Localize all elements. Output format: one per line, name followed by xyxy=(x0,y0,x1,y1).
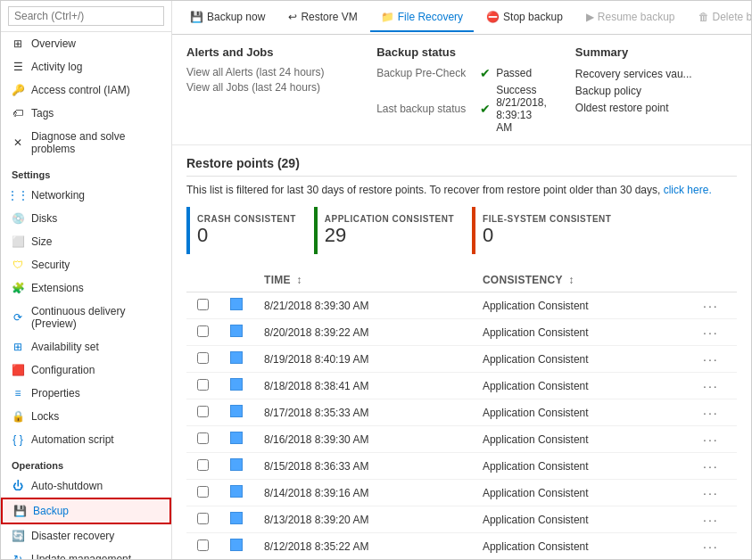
row-time-cell: 8/19/2018 8:40:19 AM xyxy=(253,346,472,373)
table-row[interactable]: 8/16/2018 8:39:30 AM Application Consist… xyxy=(186,426,737,453)
view-all-alerts-link[interactable]: View all Alerts (last 24 hours) xyxy=(186,66,348,78)
row-actions-cell[interactable]: ··· xyxy=(692,426,737,453)
sidebar-item-continuous-delivery[interactable]: ⟳ Continuous delivery (Preview) xyxy=(1,300,171,335)
table-row[interactable]: 8/19/2018 8:40:19 AM Application Consist… xyxy=(186,346,737,373)
view-all-jobs-link[interactable]: View all Jobs (last 24 hours) xyxy=(186,81,348,94)
row-actions-cell[interactable]: ··· xyxy=(692,346,737,373)
precheck-value: Passed xyxy=(496,67,532,79)
row-more-button[interactable]: ··· xyxy=(703,379,719,393)
sidebar-item-properties[interactable]: ≡ Properties xyxy=(1,382,171,405)
row-checkbox-cell[interactable] xyxy=(186,319,219,346)
sidebar-item-automation[interactable]: { } Automation script xyxy=(1,428,171,451)
table-row[interactable]: 8/21/2018 8:39:30 AM Application Consist… xyxy=(186,292,737,319)
operations-section-label: Operations xyxy=(1,451,171,474)
row-checkbox-cell[interactable] xyxy=(186,480,219,506)
tab-delete-backup-data[interactable]: 🗑 Delete backup data xyxy=(688,4,751,32)
restore-points-section: Restore points (29) This list is filtere… xyxy=(172,145,751,559)
row-checkbox[interactable] xyxy=(197,432,209,444)
row-checkbox[interactable] xyxy=(197,379,209,391)
precheck-row: Backup Pre-Check ✔ Passed xyxy=(376,66,547,80)
tab-stop-backup[interactable]: ⛔ Stop backup xyxy=(475,4,574,32)
sidebar-item-size[interactable]: ⬜ Size xyxy=(1,230,171,253)
row-checkbox[interactable] xyxy=(197,325,209,337)
row-more-button[interactable]: ··· xyxy=(703,486,719,500)
row-checkbox-cell[interactable] xyxy=(186,533,219,560)
table-row[interactable]: 8/18/2018 8:38:41 AM Application Consist… xyxy=(186,373,737,399)
row-more-button[interactable]: ··· xyxy=(703,539,719,554)
sidebar-item-iam[interactable]: 🔑 Access control (IAM) xyxy=(1,78,171,102)
tab-resume-backup[interactable]: ▶ Resume backup xyxy=(575,4,686,32)
row-actions-cell[interactable]: ··· xyxy=(692,399,737,426)
row-checkbox-cell[interactable] xyxy=(186,453,219,480)
row-checkbox-cell[interactable] xyxy=(186,426,219,453)
sidebar-item-tags[interactable]: 🏷 Tags xyxy=(1,102,171,125)
restore-table: TIME ↕ CONSISTENCY ↕ 8/21/ xyxy=(186,268,737,559)
row-checkbox-cell[interactable] xyxy=(186,346,219,373)
search-input[interactable] xyxy=(8,6,164,26)
row-more-button[interactable]: ··· xyxy=(703,299,719,313)
sidebar-item-overview[interactable]: ⊞ Overview xyxy=(1,32,171,55)
col-consistency-header[interactable]: CONSISTENCY ↕ xyxy=(472,268,692,292)
sidebar-item-activity-log[interactable]: ☰ Activity log xyxy=(1,55,171,78)
wrench-icon: ✕ xyxy=(12,136,24,149)
row-actions-cell[interactable]: ··· xyxy=(692,292,737,319)
sidebar-item-configuration[interactable]: 🟥 Configuration xyxy=(1,358,171,382)
row-consistency-cell: Application Consistent xyxy=(472,319,692,346)
row-checkbox[interactable] xyxy=(197,513,209,524)
key-icon: 🔑 xyxy=(12,84,24,96)
sidebar-item-disks[interactable]: 💿 Disks xyxy=(1,207,171,230)
col-time-header[interactable]: TIME ↕ xyxy=(253,268,472,292)
color-box-icon xyxy=(230,485,243,498)
row-checkbox[interactable] xyxy=(197,486,209,498)
row-actions-cell[interactable]: ··· xyxy=(692,533,737,560)
sidebar-item-auto-shutdown[interactable]: ⏻ Auto-shutdown xyxy=(1,474,171,498)
row-checkbox[interactable] xyxy=(197,352,209,364)
sidebar-item-locks[interactable]: 🔒 Locks xyxy=(1,405,171,428)
row-actions-cell[interactable]: ··· xyxy=(692,373,737,399)
filter-click-here-link[interactable]: click here. xyxy=(664,184,712,196)
tab-file-recovery[interactable]: 📁 File Recovery xyxy=(370,4,474,32)
summary-panel: Summary Recovery services vau... Backup … xyxy=(575,45,737,137)
row-more-button[interactable]: ··· xyxy=(703,459,719,474)
row-actions-cell[interactable]: ··· xyxy=(692,319,737,346)
sidebar-item-diagnose[interactable]: ✕ Diagnose and solve problems xyxy=(1,125,171,161)
table-row[interactable]: 8/17/2018 8:35:33 AM Application Consist… xyxy=(186,399,737,426)
row-checkbox-cell[interactable] xyxy=(186,399,219,426)
sidebar-item-security[interactable]: 🛡 Security xyxy=(1,253,171,276)
tab-restore-vm[interactable]: ↩ Restore VM xyxy=(277,4,368,32)
row-actions-cell[interactable]: ··· xyxy=(692,453,737,480)
row-checkbox-cell[interactable] xyxy=(186,506,219,533)
row-checkbox[interactable] xyxy=(197,406,209,417)
row-checkbox[interactable] xyxy=(197,539,209,551)
tab-backup-now[interactable]: 💾 Backup now xyxy=(179,4,276,32)
row-more-button[interactable]: ··· xyxy=(703,513,719,527)
row-more-button[interactable]: ··· xyxy=(703,325,719,340)
row-more-button[interactable]: ··· xyxy=(703,406,719,420)
search-box[interactable] xyxy=(1,1,171,32)
sidebar-item-update-management[interactable]: ↻ Update management xyxy=(1,548,171,559)
row-checkbox-cell[interactable] xyxy=(186,292,219,319)
crash-value: 0 xyxy=(197,224,296,247)
row-more-button[interactable]: ··· xyxy=(703,432,719,447)
sidebar-item-networking[interactable]: ⋮⋮ Networking xyxy=(1,184,171,207)
row-actions-cell[interactable]: ··· xyxy=(692,480,737,506)
crash-consistent-box: CRASH CONSISTENT 0 xyxy=(186,207,314,254)
table-row[interactable]: 8/15/2018 8:36:33 AM Application Consist… xyxy=(186,453,737,480)
col-checkbox-header[interactable] xyxy=(186,268,219,292)
table-row[interactable]: 8/12/2018 8:35:22 AM Application Consist… xyxy=(186,533,737,560)
sidebar-item-availability-set[interactable]: ⊞ Availability set xyxy=(1,335,171,358)
config-icon: 🟥 xyxy=(12,364,24,376)
row-more-button[interactable]: ··· xyxy=(703,352,719,366)
sidebar-item-backup[interactable]: 💾 Backup xyxy=(1,498,171,524)
sidebar-item-extensions[interactable]: 🧩 Extensions xyxy=(1,276,171,300)
sidebar-item-disaster-recovery[interactable]: 🔄 Disaster recovery xyxy=(1,524,171,548)
app-consistent-box: APPLICATION CONSISTENT 29 xyxy=(314,207,472,254)
row-checkbox-cell[interactable] xyxy=(186,373,219,399)
row-actions-cell[interactable]: ··· xyxy=(692,506,737,533)
table-row[interactable]: 8/14/2018 8:39:16 AM Application Consist… xyxy=(186,480,737,506)
summary-line2: Backup policy xyxy=(575,83,737,100)
table-row[interactable]: 8/13/2018 8:39:20 AM Application Consist… xyxy=(186,506,737,533)
row-checkbox[interactable] xyxy=(197,299,209,310)
table-row[interactable]: 8/20/2018 8:39:22 AM Application Consist… xyxy=(186,319,737,346)
row-checkbox[interactable] xyxy=(197,459,209,471)
